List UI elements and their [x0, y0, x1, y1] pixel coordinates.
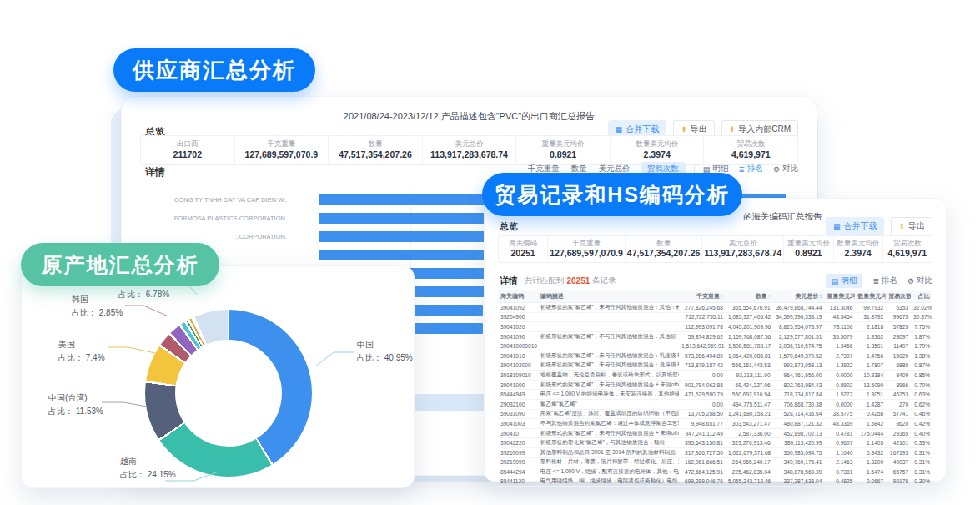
grid-download-icon: ▦ [833, 223, 841, 230]
column-header[interactable]: 千克重量↕ [679, 292, 726, 300]
stat-label: 千克重量 [550, 239, 623, 248]
grid-download-icon: ▦ [616, 126, 623, 134]
export-label: 导出 [691, 124, 707, 135]
view-toggle-gear[interactable]: ⚙对比 [907, 275, 932, 286]
table-row[interactable]: 39041003不与其他物质混合的聚氯乙烯：通过本体或悬浮聚合工艺获得的聚氯乙…… [498, 419, 932, 429]
stat-value: 0.8921 [518, 149, 608, 161]
column-header[interactable]: 重量美元均价 [824, 292, 855, 300]
table-row[interactable]: 39219099塑料板材，片材，薄膜，箔片和胶带，经过碾化、层压、支撑或与其他…… [498, 458, 932, 468]
table-cell: 494,775,511.47 [726, 401, 773, 407]
table-cell: 92178 [886, 478, 911, 484]
column-header[interactable]: 编码描述 [538, 292, 679, 300]
hs-overview-stats: 海关编码20251千克重量127,689,597,070.9数量47,517,3… [498, 235, 932, 263]
table-cell: 0.7381 [824, 469, 855, 475]
table-row[interactable]: 390410初级形式的聚“氯乙烯”，未与任何其他物质混合 + 未绑other评级… [498, 429, 932, 439]
table-cell: 162,961,666.51 [679, 459, 726, 465]
stat-value: 2.3974 [836, 248, 881, 260]
table-cell: 39041090 [498, 334, 538, 340]
table-cell: 528,714,436.64 [773, 411, 825, 417]
stat-value: 4,619,971 [706, 149, 796, 161]
table-cell: 42101 [886, 440, 911, 446]
table-row[interactable]: 39041010初级形状的聚“氯乙烯”，未与任何其他物质混合：乳液级 PVC 树… [498, 351, 932, 361]
table-row[interactable]: 39041020112,993,091.784,045,201,909.968,… [498, 322, 932, 332]
table-cell: 36,479,868,744.44 [773, 305, 825, 311]
hs-export-button[interactable]: ⬆ 导出 [891, 217, 932, 235]
hs-merge-download-button[interactable]: ▦ 合并下载 [826, 217, 885, 235]
column-header[interactable]: 数量↕ [726, 292, 773, 300]
match-prefix: 共计匹配到 [525, 275, 565, 286]
table-row[interactable]: 39269099其他塑料制品和品目 3901 至 3914 所列的其他材料制品（… [498, 448, 932, 458]
table-row[interactable]: 3918109010地板覆盖物，无论是否自粘，卷状或砖块形式，以及墙壁或天花板覆… [498, 371, 932, 381]
table-cell: 9,948,651.77 [679, 421, 726, 427]
table-cell: 964,761,656.00 [773, 372, 825, 378]
stat-value: 47,517,354,207.26 [330, 149, 420, 161]
table-cell: 0.0000 [824, 401, 855, 407]
bar-category-label: …CORPORATION. [130, 233, 319, 240]
table-row[interactable]: 3904102000初级形状的聚“氯乙烯”，未与任何其他物质混合：悬浮级 PVC… [498, 361, 932, 371]
sort-icon[interactable]: ↕ [819, 294, 822, 299]
table-cell: 277,826,245.68 [679, 305, 726, 311]
match-count: 20251 [567, 276, 591, 285]
country-pct: 占比： 24.15% [120, 468, 176, 482]
stat-label: 重量美元均价 [518, 139, 608, 149]
table-row[interactable]: 3904100000191,513,642,969.911,508,581,78… [498, 341, 932, 351]
table-cell: 365,554,676.91 [726, 305, 773, 311]
table-cell: 39042220 [498, 440, 538, 446]
sort-icon[interactable]: ↕ [721, 294, 723, 299]
stat-item: 数量47,517,354,207.26 [626, 236, 703, 262]
table-cell: 99.7932 [855, 305, 886, 311]
table-cell: 1.3922 [824, 362, 855, 368]
table-row[interactable]: 59031090用聚“氯乙烯”浸渍、涂层、覆盖或层压的纺织织物（不包括用聚“氯乙… [498, 410, 932, 420]
stat-value: 2.3974 [612, 149, 702, 161]
table-cell: 718,734,817.84 [773, 391, 825, 397]
stat-label: 千克重量 [237, 139, 327, 149]
table-cell: 46253 [886, 391, 911, 397]
table-cell: 706,868,730.38 [773, 401, 825, 407]
table-cell: 0.63% [911, 391, 932, 397]
view-toggle-rank[interactable]: ≣排名 [872, 275, 897, 286]
table-cell: 初级形状的聚“氯乙烯”，未与任何其他物质混合：悬浮级 PVC 树脂 [538, 361, 679, 369]
stat-value: 127,689,597,070.9 [550, 248, 623, 260]
column-header[interactable]: 贸易次数↕ [886, 292, 911, 300]
table-cell: 2.1818 [855, 324, 886, 330]
stat-item: 重量美元均价0.8921 [516, 136, 611, 164]
table-cell: 0.87% [911, 362, 932, 368]
hs-detail-row: 详情 共计匹配到 20251 条记录 ▤明细≣排名⚙对比 [500, 274, 932, 288]
origin-donut-chart[interactable] [145, 310, 312, 477]
hs-toolbar: ▦ 合并下载 ⬆ 导出 [826, 217, 932, 235]
table-cell: 1,022,679,371.68 [726, 450, 773, 456]
table-cell: 8966 [886, 382, 911, 388]
table-cell: 初级形状的塑化聚“氯乙烯”，与其他物质混合：颗粒 [538, 439, 679, 447]
overview-stats: 出口商211702千克重量127,689,597,070.9数量47,517,3… [140, 135, 798, 165]
table-cell: 其他塑料制品和品目 3901 至 3914 所列的其他材料制品（不包括 9619… [538, 449, 679, 457]
table-row[interactable]: 85441120电气用绕组线，铜，绝缘绝缘（电阻漆包或瓷釉化）电线、电缆（包…6… [498, 477, 932, 487]
view-label: 排名 [882, 275, 897, 286]
table-row[interactable]: 39042220初级形状的塑化聚“氯乙烯”，与其他物质混合：颗粒395,643,… [498, 438, 932, 448]
table-cell: 85444294 [498, 469, 538, 475]
column-header[interactable]: 数量美元均价 [855, 292, 886, 300]
column-header[interactable]: 美元总价↕ [773, 292, 825, 300]
column-header[interactable]: 海关编码 [498, 292, 538, 300]
view-toggle-gear[interactable]: ⚙对比 [773, 164, 798, 174]
view-toggle-table[interactable]: ▤明细 [826, 274, 863, 288]
table-row[interactable]: 39041000初级形式的聚“氯乙烯”，未与任何其他物质混合 + 未混other… [498, 381, 932, 391]
table-row[interactable]: 85444949电压 <= 1,000 V 的绝缘电导体，未安装连接器，其他绝缘… [498, 390, 932, 400]
table-cell: 39041010 [498, 353, 538, 359]
table-row[interactable]: 39041090初级形状的聚“氯乙烯”，不与任何其他物质混合：其他层（氯乙烯）…… [498, 332, 932, 342]
sort-icon[interactable]: ↕ [768, 294, 771, 299]
stat-label: 贸易次数 [706, 139, 796, 149]
table-cell: 2.7397 [824, 353, 855, 359]
table-row[interactable]: 39041092初级形状的聚“氯乙烯”，未与任何其他物质混合：其他：粉末277,… [498, 303, 932, 313]
hs-overview-label: 总览 [500, 220, 518, 233]
table-cell: 0.62% [911, 401, 932, 407]
table-cell: 1.38% [911, 353, 932, 359]
table-row[interactable]: 29032100氯乙烯“氯乙烯”0.00494,775,511.47706,86… [498, 400, 932, 410]
table-icon: ▤ [832, 277, 839, 285]
column-header[interactable]: 占比 [911, 292, 932, 300]
table-cell: 1,508,581,783.17 [726, 343, 773, 349]
view-toggle-rank[interactable]: ≣排名 [738, 164, 763, 174]
table-row[interactable]: 39204900712,722,755.111,085,327,406.4234… [498, 313, 932, 323]
table-cell: 350,985,094.75 [773, 450, 825, 456]
table-cell: 1.5272 [824, 391, 855, 397]
table-row[interactable]: 85444294电压 <= 1,000 V，绝缘，配有连接器的电导体，其他：电压… [498, 467, 932, 477]
